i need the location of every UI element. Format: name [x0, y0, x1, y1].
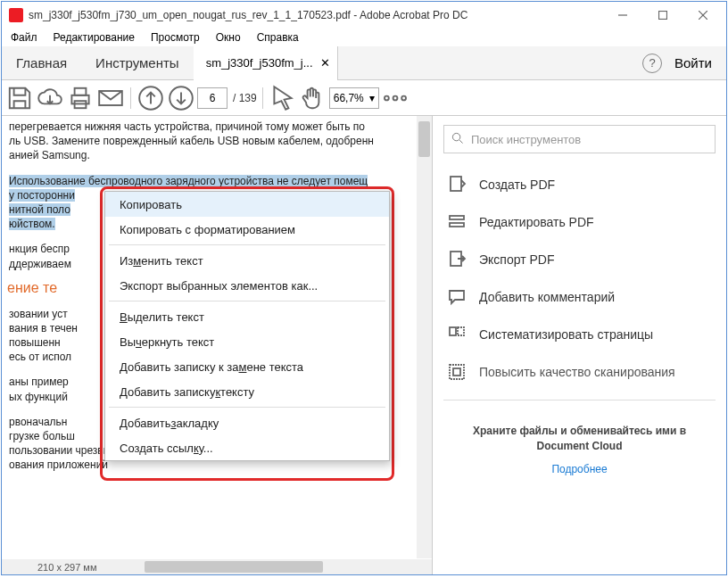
- ctx-create-link[interactable]: Создать ссылку...: [105, 435, 389, 460]
- menu-view[interactable]: Просмотр: [147, 29, 203, 45]
- doc-text: перегревается нижняя часть устройства, п…: [2, 120, 416, 134]
- tool-organize[interactable]: Систематизировать страницы: [443, 318, 716, 351]
- tool-label: Редактировать PDF: [479, 215, 594, 229]
- edit-pdf-icon: [447, 212, 467, 232]
- search-icon: [451, 132, 464, 147]
- close-button[interactable]: [682, 3, 723, 28]
- page-dimensions: 210 x 297 мм: [37, 562, 97, 573]
- ctx-edit-text[interactable]: Изменить текст: [105, 248, 389, 273]
- mail-icon[interactable]: [96, 84, 125, 112]
- login-button[interactable]: Войти: [674, 55, 712, 70]
- svg-rect-15: [451, 177, 461, 191]
- page-up-icon[interactable]: [136, 84, 165, 112]
- ctx-export-selection[interactable]: Экспорт выбранных элементов как...: [105, 273, 389, 298]
- svg-rect-21: [450, 365, 464, 379]
- close-tab-icon[interactable]: ✕: [320, 56, 330, 70]
- svg-rect-19: [450, 327, 456, 335]
- zoom-select[interactable]: 66,7% ▾: [329, 87, 379, 109]
- horizontal-scrollbar[interactable]: 210 x 297 мм: [2, 559, 417, 574]
- ctx-add-bookmark[interactable]: Добавить закладку: [105, 410, 389, 435]
- svg-line-14: [459, 140, 463, 144]
- menu-window[interactable]: Окно: [212, 29, 244, 45]
- menu-bar: Файл Редактирование Просмотр Окно Справк…: [2, 29, 726, 46]
- tab-tools[interactable]: Инструменты: [81, 46, 194, 80]
- cloud-learn-more-link[interactable]: Подробнее: [443, 463, 716, 475]
- tool-label: Систематизировать страницы: [479, 327, 653, 342]
- zoom-value: 66,7%: [334, 92, 364, 104]
- doc-text: ль USB. Замените поврежденный кабель USB…: [2, 134, 416, 148]
- svg-point-11: [393, 95, 397, 100]
- tool-label: Экспорт PDF: [479, 252, 555, 267]
- vertical-scrollbar[interactable]: [417, 116, 432, 558]
- ctx-note-text[interactable]: Добавить записку к тексту: [105, 379, 389, 404]
- tool-label: Повысить качество сканирования: [479, 365, 675, 379]
- ctx-copy[interactable]: Копировать: [105, 192, 389, 217]
- cloud-note: Храните файлы и обменивайтесь ими в Docu…: [443, 424, 716, 454]
- page-total: / 139: [233, 92, 257, 104]
- svg-rect-20: [458, 327, 464, 335]
- tool-create-pdf[interactable]: Создать PDF: [443, 168, 716, 202]
- doc-text-selected: Использование беспроводного зарядного ус…: [9, 175, 368, 187]
- cloud-icon[interactable]: [36, 84, 64, 112]
- page-number-input[interactable]: [197, 87, 228, 109]
- create-pdf-icon: [447, 175, 467, 194]
- doc-text-selected: нитной поло: [9, 203, 70, 216]
- menu-help[interactable]: Справка: [253, 29, 302, 45]
- tool-comment[interactable]: Добавить комментарий: [443, 280, 716, 314]
- organize-icon: [447, 325, 467, 344]
- comment-icon: [447, 287, 467, 307]
- menu-file[interactable]: Файл: [7, 29, 41, 45]
- page-down-icon[interactable]: [167, 84, 195, 112]
- tool-label: Добавить комментарий: [479, 290, 615, 304]
- svg-point-13: [452, 133, 459, 140]
- pdf-app-icon: [9, 8, 23, 22]
- tools-panel: Поиск инструментов Создать PDF Редактиро…: [432, 116, 726, 574]
- ctx-note-replace[interactable]: Добавить записку к замене текста: [105, 354, 389, 379]
- svg-rect-1: [658, 12, 666, 20]
- svg-rect-5: [75, 87, 87, 95]
- tab-document-label: sm_j330f_j530fm_j...: [206, 56, 313, 70]
- ctx-strikeout-text[interactable]: Вычеркнуть текст: [105, 329, 389, 354]
- svg-rect-16: [450, 216, 464, 219]
- app-tabs: Главная Инструменты sm_j330f_j530fm_j...…: [2, 46, 726, 80]
- hand-icon[interactable]: [299, 84, 327, 112]
- svg-rect-17: [450, 223, 464, 227]
- ctx-copy-formatted[interactable]: Копировать с форматированием: [105, 217, 389, 242]
- doc-text-selected: у посторонни: [9, 189, 75, 202]
- ctx-highlight-text[interactable]: Выделить текст: [105, 304, 389, 329]
- tool-edit-pdf[interactable]: Редактировать PDF: [443, 205, 716, 239]
- window-title: sm_j330f_j530fm_j730_um_open_nougat_rus_…: [29, 9, 602, 21]
- export-pdf-icon: [447, 250, 467, 269]
- selection-arrow-icon[interactable]: [269, 84, 297, 112]
- scan-icon: [447, 362, 467, 382]
- tab-home[interactable]: Главная: [2, 46, 81, 80]
- toolbar: / 139 66,7% ▾: [2, 80, 726, 116]
- help-icon[interactable]: ?: [642, 54, 662, 73]
- menu-edit[interactable]: Редактирование: [50, 29, 138, 45]
- search-placeholder: Поиск инструментов: [471, 133, 581, 146]
- svg-point-10: [385, 95, 389, 100]
- tool-label: Создать PDF: [479, 178, 555, 192]
- svg-point-12: [401, 95, 406, 100]
- tab-document[interactable]: sm_j330f_j530fm_j... ✕: [194, 46, 338, 80]
- doc-text: анией Samsung.: [2, 148, 416, 162]
- maximize-button[interactable]: [642, 3, 682, 28]
- tool-export-pdf[interactable]: Экспорт PDF: [443, 243, 716, 277]
- minimize-button[interactable]: [602, 3, 642, 28]
- tool-scan-quality[interactable]: Повысить качество сканирования: [443, 355, 716, 389]
- scroll-corner: [417, 559, 432, 574]
- svg-rect-22: [453, 368, 460, 376]
- print-icon[interactable]: [66, 84, 95, 112]
- more-icon[interactable]: [381, 84, 410, 112]
- chevron-down-icon: ▾: [369, 92, 375, 104]
- title-bar: sm_j330f_j530fm_j730_um_open_nougat_rus_…: [2, 2, 726, 29]
- context-menu: Копировать Копировать с форматированием …: [104, 191, 390, 461]
- save-icon[interactable]: [5, 84, 34, 112]
- tools-search-input[interactable]: Поиск инструментов: [443, 125, 716, 153]
- doc-text-selected: юйством.: [9, 218, 55, 230]
